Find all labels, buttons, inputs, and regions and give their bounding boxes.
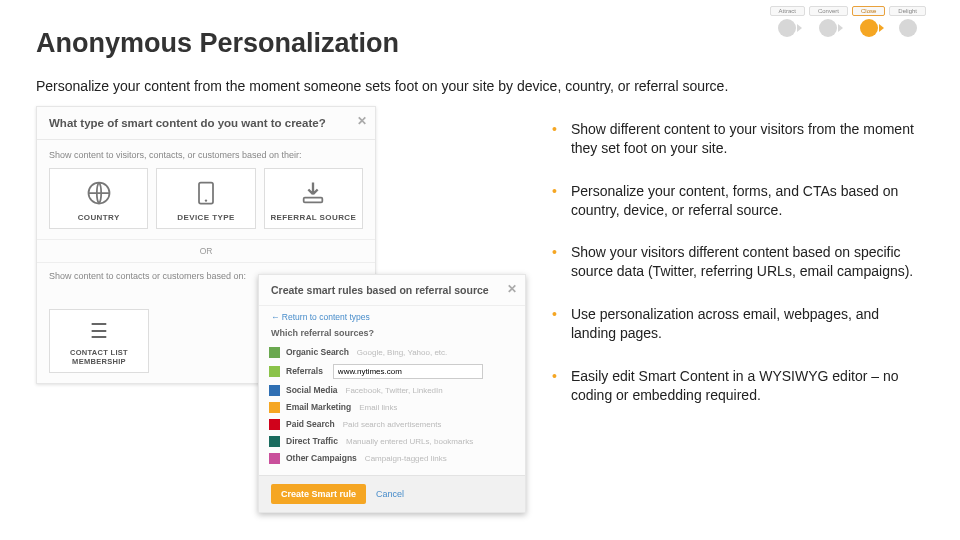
color-swatch bbox=[269, 453, 280, 464]
svg-point-2 bbox=[205, 199, 207, 201]
bullet-text: Show your visitors different content bas… bbox=[571, 243, 924, 281]
modal-smart-rules: Create smart rules based on referral sou… bbox=[258, 274, 526, 513]
option-device-type[interactable]: DEVICE TYPE bbox=[156, 168, 255, 229]
referral-source-row[interactable]: Paid SearchPaid search advertisements bbox=[269, 416, 515, 433]
source-desc: Facebook, Twitter, LinkedIn bbox=[346, 386, 443, 395]
source-name: Referrals bbox=[286, 366, 323, 376]
source-desc: Paid search advertisements bbox=[343, 420, 442, 429]
referral-source-row[interactable]: Direct TrafficManually entered URLs, boo… bbox=[269, 433, 515, 450]
source-desc: Manually entered URLs, bookmarks bbox=[346, 437, 473, 446]
list-icon: ☰ bbox=[54, 318, 144, 344]
close-icon[interactable]: ✕ bbox=[357, 114, 367, 128]
color-swatch bbox=[269, 366, 280, 377]
modal2-question: Which referral sources? bbox=[259, 322, 525, 342]
color-swatch bbox=[269, 419, 280, 430]
referral-source-row[interactable]: Referrals bbox=[269, 361, 515, 382]
create-smart-rule-button[interactable]: Create Smart rule bbox=[271, 484, 366, 504]
referral-source-row[interactable]: Organic SearchGoogle, Bing, Yahoo, etc. bbox=[269, 344, 515, 361]
bullet-text: Show different content to your visitors … bbox=[571, 120, 924, 158]
device-icon bbox=[161, 177, 250, 209]
color-swatch bbox=[269, 402, 280, 413]
feature-bullets: Show different content to your visitors … bbox=[552, 120, 924, 405]
source-name: Paid Search bbox=[286, 419, 335, 429]
modal1-title: What type of smart content do you want t… bbox=[49, 117, 326, 129]
page-subtitle: Personalize your content from the moment… bbox=[36, 77, 816, 96]
color-swatch bbox=[269, 347, 280, 358]
bullet-text: Easily edit Smart Content in a WYSIWYG e… bbox=[571, 367, 924, 405]
source-name: Direct Traffic bbox=[286, 436, 338, 446]
globe-icon bbox=[54, 177, 143, 209]
back-link[interactable]: ← Return to content types bbox=[259, 306, 525, 322]
or-separator: OR bbox=[37, 239, 375, 263]
screenshot-mockups: What type of smart content do you want t… bbox=[36, 106, 526, 429]
referral-source-row[interactable]: Social MediaFacebook, Twitter, LinkedIn bbox=[269, 382, 515, 399]
referral-source-row[interactable]: Other CampaignsCampaign-tagged links bbox=[269, 450, 515, 467]
referral-source-row[interactable]: Email MarketingEmail links bbox=[269, 399, 515, 416]
option-country[interactable]: COUNTRY bbox=[49, 168, 148, 229]
bullet-text: Use personalization across email, webpag… bbox=[571, 305, 924, 343]
option-contact-list[interactable]: ☰ CONTACT LIST MEMBERSHIP bbox=[49, 309, 149, 373]
source-desc: Email links bbox=[359, 403, 397, 412]
source-desc: Google, Bing, Yahoo, etc. bbox=[357, 348, 447, 357]
close-icon[interactable]: ✕ bbox=[507, 282, 517, 296]
modal2-title: Create smart rules based on referral sou… bbox=[271, 284, 489, 296]
lifecycle-stage-diagram: Attract Convert Close Delight bbox=[770, 6, 926, 37]
source-desc: Campaign-tagged links bbox=[365, 454, 447, 463]
color-swatch bbox=[269, 436, 280, 447]
bullet-text: Personalize your content, forms, and CTA… bbox=[571, 182, 924, 220]
source-name: Social Media bbox=[286, 385, 338, 395]
download-icon bbox=[269, 177, 358, 209]
modal1-desc1: Show content to visitors, contacts, or c… bbox=[49, 150, 363, 160]
option-referral-source[interactable]: REFERRAL SOURCE bbox=[264, 168, 363, 229]
svg-rect-3 bbox=[304, 198, 323, 203]
cancel-button[interactable]: Cancel bbox=[376, 489, 404, 499]
color-swatch bbox=[269, 385, 280, 396]
referral-url-input[interactable] bbox=[333, 364, 483, 379]
source-name: Email Marketing bbox=[286, 402, 351, 412]
source-name: Organic Search bbox=[286, 347, 349, 357]
source-name: Other Campaigns bbox=[286, 453, 357, 463]
